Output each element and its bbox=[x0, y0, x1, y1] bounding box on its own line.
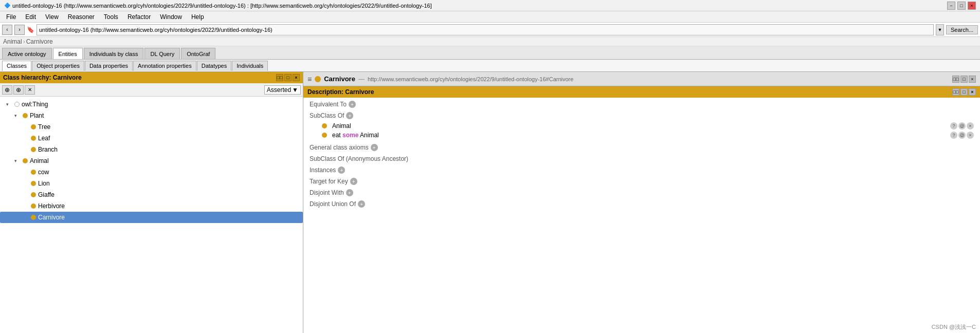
breadcrumb-item-animal[interactable]: Animal bbox=[3, 38, 22, 45]
toggle-animal[interactable]: ▾ bbox=[14, 158, 21, 163]
toggle-lion bbox=[23, 181, 29, 186]
desc-header-icon-2[interactable]: □ bbox=[960, 88, 968, 96]
tab-active-ontology[interactable]: Active ontology bbox=[2, 48, 52, 59]
instances-label: Instances bbox=[310, 166, 336, 174]
section-subclass-anonymous: SubClass Of (Anonymous Ancestor) bbox=[310, 155, 974, 162]
right-header-icon-2[interactable]: □ bbox=[960, 76, 968, 83]
subclass-eat-action-question[interactable]: ? bbox=[950, 132, 957, 139]
add-disjoint-union-of-button[interactable]: + bbox=[358, 200, 365, 208]
add-subclass-button[interactable]: ⊕ bbox=[2, 85, 12, 95]
label-lion: Lion bbox=[38, 180, 50, 187]
desc-header-icon-1[interactable]: □□ bbox=[952, 88, 959, 96]
watermark: CSDN @浅浅一C bbox=[932, 323, 976, 331]
tree-node-tree[interactable]: Tree bbox=[0, 121, 303, 133]
window-controls[interactable]: − □ × bbox=[947, 2, 976, 10]
asserted-label: Asserted bbox=[267, 86, 291, 94]
right-header-icon-3[interactable]: × bbox=[969, 76, 976, 83]
toggle-plant[interactable]: ▾ bbox=[14, 113, 21, 118]
address-dropdown[interactable]: ▼ bbox=[936, 24, 944, 35]
subclass-animal-text: Animal bbox=[332, 122, 351, 130]
subclass-animal-actions[interactable]: ? @ × bbox=[950, 122, 974, 130]
add-subclass-of-button[interactable]: + bbox=[346, 112, 353, 119]
right-header-icon-1[interactable]: □□ bbox=[952, 76, 959, 83]
subclass-animal-action-question[interactable]: ? bbox=[950, 122, 957, 130]
section-title-subclass-of: SubClass Of + bbox=[310, 112, 974, 119]
subclass-animal-action-delete[interactable]: × bbox=[967, 122, 974, 130]
sub-tab-object-properties[interactable]: Object properties bbox=[32, 61, 84, 71]
tab-entities[interactable]: Entities bbox=[53, 48, 83, 59]
sub-tab-datatypes[interactable]: Datatypes bbox=[197, 61, 232, 71]
back-button[interactable]: ‹ bbox=[2, 25, 12, 35]
subclass-of-label: SubClass Of bbox=[310, 112, 344, 119]
left-panel-icon-2[interactable]: □ bbox=[284, 74, 292, 81]
subclass-animal-action-at[interactable]: @ bbox=[958, 122, 966, 130]
section-title-instances: Instances + bbox=[310, 166, 974, 174]
subclass-eat-action-at[interactable]: @ bbox=[958, 132, 966, 139]
tree-node-leaf[interactable]: Leaf bbox=[0, 133, 303, 144]
close-button[interactable]: × bbox=[968, 2, 976, 10]
sub-tab-annotation-properties[interactable]: Annotation properties bbox=[133, 61, 196, 71]
subclass-eat-dot bbox=[322, 133, 327, 138]
dot-herbivore bbox=[31, 203, 36, 209]
minimize-button[interactable]: − bbox=[947, 2, 955, 10]
left-panel-header-icons[interactable]: □□ □ × bbox=[276, 74, 300, 81]
asserted-dropdown[interactable]: Asserted ▼ bbox=[264, 85, 301, 95]
maximize-button[interactable]: □ bbox=[957, 2, 966, 10]
toggle-owl-thing[interactable]: ▾ bbox=[6, 102, 12, 107]
desc-header-icons[interactable]: □□ □ × bbox=[952, 88, 976, 96]
toolbar-left-icons: ⊕ ⊕ ✕ bbox=[2, 85, 35, 95]
subclass-eat-action-delete[interactable]: × bbox=[967, 132, 974, 139]
header-separator: — bbox=[358, 76, 365, 83]
left-panel-icon-3[interactable]: × bbox=[293, 74, 300, 81]
class-tree: ▾ owl:Thing ▾ Plant Tree Leaf bbox=[0, 97, 303, 333]
menu-refactor[interactable]: Refactor bbox=[123, 12, 155, 22]
tree-node-lion[interactable]: Lion bbox=[0, 178, 303, 189]
entity-url: http://www.semanticweb.org/cyh/ontologie… bbox=[368, 76, 574, 82]
tree-node-herbivore[interactable]: Herbivore bbox=[0, 200, 303, 212]
sub-tab-individuals[interactable]: Individuals bbox=[232, 61, 268, 71]
sub-tab-classes[interactable]: Classes bbox=[2, 61, 31, 71]
left-panel-icon-1[interactable]: □□ bbox=[276, 74, 283, 81]
toggle-branch bbox=[23, 147, 29, 152]
subclass-eat-actions[interactable]: ? @ × bbox=[950, 132, 974, 139]
add-target-for-key-button[interactable]: + bbox=[350, 178, 357, 185]
tree-node-cow[interactable]: cow bbox=[0, 166, 303, 178]
menu-window[interactable]: Window bbox=[156, 12, 186, 22]
right-panel-header-icons[interactable]: □□ □ × bbox=[952, 76, 976, 83]
bookmark-icon: 🔖 bbox=[27, 26, 34, 33]
add-disjoint-with-button[interactable]: + bbox=[346, 189, 353, 196]
menu-file[interactable]: File bbox=[2, 12, 20, 22]
tree-node-branch[interactable]: Branch bbox=[0, 144, 303, 155]
tree-node-giaffe[interactable]: Giaffe bbox=[0, 189, 303, 200]
add-sibling-button[interactable]: ⊕ bbox=[13, 85, 24, 95]
tree-node-plant[interactable]: ▾ Plant bbox=[0, 110, 303, 121]
add-general-class-axioms-button[interactable]: + bbox=[371, 144, 378, 151]
label-leaf: Leaf bbox=[38, 135, 50, 142]
tab-ontograf[interactable]: OntoGraf bbox=[181, 48, 215, 59]
address-input[interactable] bbox=[37, 24, 934, 35]
tree-node-animal[interactable]: ▾ Animal bbox=[0, 155, 303, 166]
hamburger-icon[interactable]: ≡ bbox=[307, 75, 312, 83]
tree-node-owl-thing[interactable]: ▾ owl:Thing bbox=[0, 99, 303, 110]
add-instances-button[interactable]: + bbox=[338, 166, 345, 174]
tree-node-carnivore[interactable]: Carnivore bbox=[0, 212, 303, 223]
breadcrumb-item-carnivore[interactable]: Carnivore bbox=[26, 38, 53, 45]
tab-individuals-by-class[interactable]: Individuals by class bbox=[84, 48, 144, 59]
desc-header-icon-3[interactable]: × bbox=[969, 88, 976, 96]
delete-class-button[interactable]: ✕ bbox=[25, 85, 35, 95]
toggle-giaffe bbox=[23, 192, 29, 197]
disjoint-union-of-label: Disjoint Union Of bbox=[310, 200, 356, 208]
menu-view[interactable]: View bbox=[41, 12, 63, 22]
search-button[interactable]: Search... bbox=[946, 25, 978, 34]
menu-help[interactable]: Help bbox=[187, 12, 208, 22]
menu-reasoner[interactable]: Reasoner bbox=[64, 12, 99, 22]
add-equivalent-to-button[interactable]: + bbox=[349, 101, 356, 108]
sub-tab-data-properties[interactable]: Data properties bbox=[85, 61, 133, 71]
subclass-eat-text: eat some Animal bbox=[332, 132, 379, 139]
tab-dl-query[interactable]: DL Query bbox=[144, 48, 180, 59]
forward-button[interactable]: › bbox=[14, 25, 25, 35]
menu-tools[interactable]: Tools bbox=[100, 12, 122, 22]
app-icon: 🔷 bbox=[4, 3, 10, 8]
menu-edit[interactable]: Edit bbox=[21, 12, 40, 22]
section-general-class-axioms: General class axioms + bbox=[310, 144, 974, 151]
